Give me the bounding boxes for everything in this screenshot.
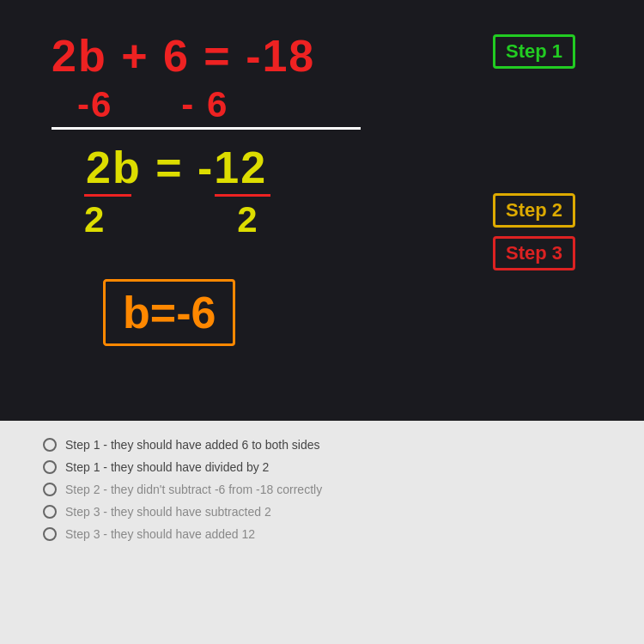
choice-item-choice2[interactable]: Step 1 - they should have divided by 2: [43, 460, 601, 474]
choice-item-choice5[interactable]: Step 3 - they should have added 12: [43, 527, 601, 541]
radio-choice1[interactable]: [43, 438, 57, 452]
choice-label-choice1: Step 1 - they should have added 6 to bot…: [65, 438, 320, 452]
choice-item-choice4[interactable]: Step 3 - they should have subtracted 2: [43, 505, 601, 519]
divider-line: [52, 127, 361, 130]
subtraction-line: -6 - 6: [77, 84, 228, 125]
step1-label: Step 1: [493, 34, 575, 69]
radio-choice4[interactable]: [43, 505, 57, 519]
radio-choice5[interactable]: [43, 527, 57, 541]
choice-label-choice5: Step 3 - they should have added 12: [65, 527, 255, 541]
math-content: 2b + 6 = -18 -6 - 6 2b = -12 2 2 b=-6: [34, 26, 610, 395]
denom-left: 2: [84, 199, 104, 240]
blackboard: 2b + 6 = -18 -6 - 6 2b = -12 2 2 b=-6: [0, 0, 644, 421]
denominator-line: 2 2: [84, 199, 258, 240]
step2-label: Step 2: [493, 193, 575, 228]
subtract-right: - 6: [181, 84, 228, 125]
choice-label-choice3: Step 2 - they didn't subtract -6 from -1…: [65, 483, 322, 496]
radio-choice2[interactable]: [43, 460, 57, 474]
result-box: b=-6: [103, 279, 235, 346]
choices-area: Step 1 - they should have added 6 to bot…: [0, 421, 644, 644]
subtract-left: -6: [77, 84, 112, 125]
division-line-left: [84, 194, 131, 197]
page-container: 2b + 6 = -18 -6 - 6 2b = -12 2 2 b=-6: [0, 0, 644, 644]
radio-choice3[interactable]: [43, 483, 57, 496]
choice-item-choice3[interactable]: Step 2 - they didn't subtract -6 from -1…: [43, 483, 601, 496]
equation-line3: 2b = -12: [86, 142, 267, 193]
denom-right: 2: [237, 199, 257, 240]
division-line-right: [215, 194, 270, 197]
result-text: b=-6: [123, 288, 216, 337]
choice-label-choice2: Step 1 - they should have divided by 2: [65, 460, 269, 474]
step3-label: Step 3: [493, 236, 575, 270]
choice-item-choice1[interactable]: Step 1 - they should have added 6 to bot…: [43, 438, 601, 452]
choice-label-choice4: Step 3 - they should have subtracted 2: [65, 505, 271, 519]
equation-line1: 2b + 6 = -18: [52, 30, 315, 82]
